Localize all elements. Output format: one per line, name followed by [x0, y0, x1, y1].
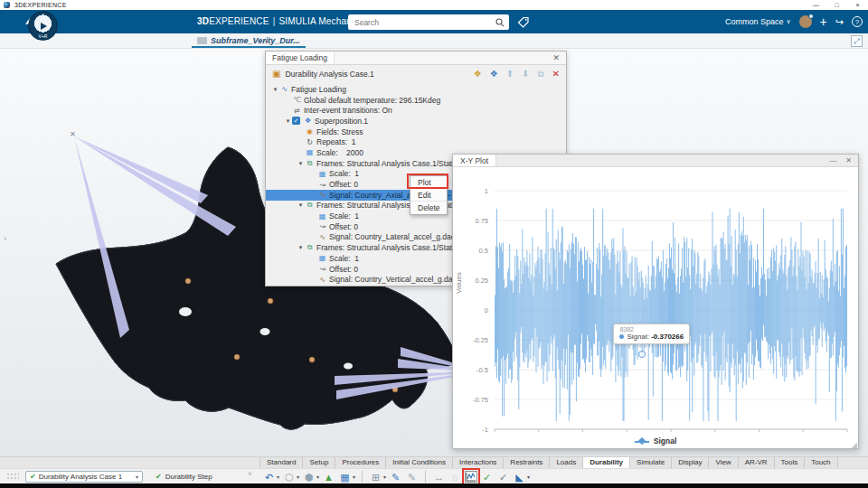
mesh-display-button-icon[interactable]: ▲: [322, 471, 335, 483]
dropdown-caret-icon[interactable]: ▾: [353, 474, 355, 480]
compass-icon[interactable]: ⌃ V+R: [28, 11, 58, 41]
dropdown-caret-icon[interactable]: ▾: [527, 474, 530, 480]
analysis-case-selector[interactable]: ✔ Durability Analysis Case 1 ▾: [25, 471, 143, 483]
xy-plot-close-icon[interactable]: ✕: [845, 156, 852, 164]
ribbon-tab-ar-vr[interactable]: AR-VR: [739, 457, 775, 468]
show-part-button-icon[interactable]: ⬡: [282, 471, 296, 483]
resize-grip-icon[interactable]: ◢: [852, 441, 857, 449]
expander-icon[interactable]: ▼: [297, 245, 305, 250]
add-event-icon[interactable]: ❖: [474, 69, 482, 79]
case-selector-caret-icon[interactable]: ▾: [136, 474, 138, 480]
search-input[interactable]: [353, 17, 495, 28]
undo-button[interactable]: ↶▾: [262, 471, 279, 483]
search-icon[interactable]: [495, 18, 505, 27]
add-group-button-icon[interactable]: ⊞: [369, 471, 382, 483]
menu-item-plot[interactable]: Plot: [410, 176, 447, 189]
xy-plot-button[interactable]: [465, 471, 477, 483]
show-part-button[interactable]: ⬡▾: [282, 471, 299, 483]
table-view-button[interactable]: ▦▾: [338, 471, 355, 483]
dialog-close-icon[interactable]: ✕: [546, 53, 566, 62]
dropdown-caret-icon[interactable]: ▾: [277, 474, 279, 480]
ribbon-tab-durability[interactable]: Durability: [583, 457, 630, 468]
edit-pencil-button[interactable]: ✎: [389, 471, 402, 483]
expander-icon[interactable]: ▼: [284, 118, 292, 124]
move-down-icon[interactable]: ⬇: [522, 69, 529, 79]
expander-icon[interactable]: ▼: [297, 202, 305, 208]
ribbon-tab-display[interactable]: Display: [672, 457, 709, 468]
verify-hatch-button[interactable]: ✓: [480, 471, 494, 483]
section-loop-button-icon[interactable]: ◌: [448, 471, 462, 483]
table-view-button-icon[interactable]: ▦: [338, 471, 352, 483]
xy-plot-icon[interactable]: [465, 471, 477, 483]
panel-collapse-chevron-icon[interactable]: ›: [4, 233, 6, 243]
share-icon[interactable]: ↪: [835, 16, 844, 28]
duplicate-event-icon[interactable]: ❖: [490, 69, 498, 79]
ribbon-tab-setup[interactable]: Setup: [303, 457, 335, 468]
add-icon[interactable]: +: [820, 15, 827, 28]
tree-row[interactable]: ▼✓❖Superposition.1: [266, 116, 566, 127]
compass-play-icon[interactable]: [41, 23, 47, 30]
ribbon-tab-tools[interactable]: Tools: [775, 457, 806, 468]
tag-icon[interactable]: [517, 16, 530, 28]
toolbar-overflow-chevron-icon[interactable]: ˅: [248, 470, 252, 478]
signal-chart[interactable]: 10.750.50.250-0.25-0.5-0.75-102.5k5k7.5k…: [453, 167, 858, 435]
edit-pencil-button-icon[interactable]: ✎: [389, 471, 402, 483]
dropdown-caret-icon[interactable]: ▾: [383, 474, 386, 480]
xy-plot-minimize-icon[interactable]: —: [829, 156, 836, 164]
menu-item-edit[interactable]: Edit: [410, 189, 447, 202]
verify-mesh-button[interactable]: ✓: [496, 471, 510, 483]
maximize-button[interactable]: □: [826, 0, 847, 10]
verify-hatch-button-icon[interactable]: ✓: [480, 471, 494, 483]
edit-small-pencil-button-icon[interactable]: ✎: [405, 471, 419, 483]
close-button[interactable]: ×: [847, 0, 868, 10]
minimize-button[interactable]: —: [806, 0, 826, 10]
expander-icon[interactable]: ▼: [271, 87, 279, 92]
verify-mesh-button-icon[interactable]: ✓: [496, 471, 510, 483]
validate-button-icon[interactable]: ◣: [513, 471, 526, 483]
ribbon-tab-interactions[interactable]: Interactions: [453, 457, 504, 468]
measure-scale-button[interactable]: ↔: [432, 471, 446, 483]
validate-button[interactable]: ◣▾: [513, 471, 530, 483]
space-caret-icon[interactable]: ∨: [786, 18, 790, 25]
export-part-button[interactable]: ⬢▾: [302, 471, 319, 483]
move-up-icon[interactable]: ⬆: [506, 69, 514, 79]
edit-small-pencil-button[interactable]: ✎: [405, 471, 419, 483]
toolbar-grip-handle[interactable]: [6, 473, 19, 481]
delete-icon[interactable]: ✕: [552, 69, 560, 79]
dropdown-caret-icon[interactable]: ▾: [316, 474, 319, 480]
space-selector[interactable]: Common Space: [725, 17, 784, 26]
dialog-titlebar[interactable]: Fatigue Loading ✕: [266, 52, 566, 65]
tree-row[interactable]: ⇄Inter-event transitions: On: [266, 105, 566, 116]
xy-plot-body[interactable]: Values 10.750.50.250-0.25-0.5-0.75-102.5…: [453, 167, 858, 449]
tree-row[interactable]: ◉Fields: Stress: [266, 127, 566, 137]
undo-button-icon[interactable]: ↶: [262, 471, 276, 483]
chart-legend[interactable]: Signal: [453, 436, 858, 446]
dropdown-caret-icon[interactable]: ▾: [297, 474, 299, 480]
xy-plot-titlebar[interactable]: X-Y Plot — ✕: [453, 155, 858, 167]
export-part-button-icon[interactable]: ⬢: [302, 471, 316, 483]
expander-icon[interactable]: ▼: [297, 161, 305, 166]
tree-row[interactable]: ▼∿Fatigue Loading: [266, 84, 566, 95]
ribbon-tab-simulate[interactable]: Simulate: [630, 457, 672, 468]
measure-scale-button-icon[interactable]: ↔: [432, 471, 446, 483]
mesh-display-button[interactable]: ▲: [322, 471, 335, 483]
viewport-expand-icon[interactable]: ⤢: [851, 35, 863, 47]
ribbon-tab-touch[interactable]: Touch: [805, 457, 837, 468]
ribbon-tab-procedures[interactable]: Procedures: [335, 457, 386, 468]
tree-row[interactable]: ↻Repeats: 1: [266, 136, 566, 147]
document-tab[interactable]: Subframe_Verity_Dur...: [192, 34, 306, 48]
search-box[interactable]: [348, 14, 509, 30]
ribbon-tab-view[interactable]: View: [709, 457, 738, 468]
add-group-button[interactable]: ⊞▾: [369, 471, 386, 483]
help-icon[interactable]: ?: [852, 16, 863, 27]
tree-row[interactable]: ℃Global default temperature: 296.15Kdeg: [266, 95, 566, 106]
ribbon-tab-standard[interactable]: Standard: [259, 457, 303, 468]
avatar[interactable]: [799, 15, 812, 28]
copy-icon[interactable]: ⧉: [537, 69, 543, 80]
ribbon-tab-restraints[interactable]: Restraints: [504, 457, 550, 468]
menu-item-delete[interactable]: Delete: [410, 202, 447, 214]
section-loop-button[interactable]: ◌: [448, 471, 462, 483]
ribbon-tab-initial-conditions[interactable]: Initial Conditions: [386, 457, 453, 468]
ribbon-tab-loads[interactable]: Loads: [550, 457, 583, 468]
new-tab-button[interactable]: +: [264, 35, 269, 46]
